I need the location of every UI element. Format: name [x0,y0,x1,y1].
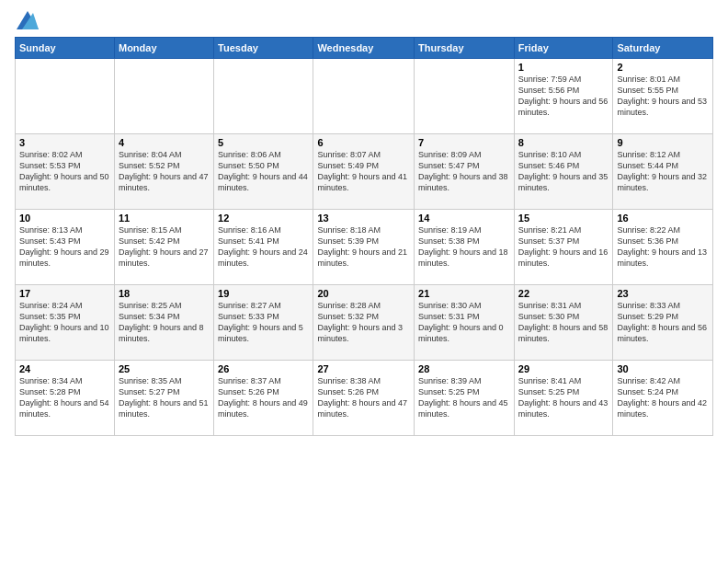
day-info: Sunrise: 8:37 AMSunset: 5:26 PMDaylight:… [218,375,309,420]
day-info: Sunrise: 8:28 AMSunset: 5:32 PMDaylight:… [317,300,410,345]
day-number: 3 [19,137,110,148]
day-info: Sunrise: 8:42 AMSunset: 5:24 PMDaylight:… [617,375,709,420]
week-row-1: 1Sunrise: 7:59 AMSunset: 5:56 PMDaylight… [16,59,713,134]
day-number: 26 [218,363,309,374]
day-number: 2 [617,62,709,73]
day-info: Sunrise: 8:38 AMSunset: 5:26 PMDaylight:… [317,375,410,420]
header-wednesday: Wednesday [313,38,415,59]
day-cell: 28Sunrise: 8:39 AMSunset: 5:25 PMDayligh… [415,361,515,436]
day-number: 23 [617,288,709,299]
day-cell: 15Sunrise: 8:21 AMSunset: 5:37 PMDayligh… [514,210,613,285]
day-number: 1 [518,62,609,73]
day-info: Sunrise: 8:21 AMSunset: 5:37 PMDaylight:… [518,224,609,270]
day-info: Sunrise: 8:30 AMSunset: 5:31 PMDaylight:… [418,300,510,345]
day-info: Sunrise: 8:31 AMSunset: 5:30 PMDaylight:… [518,300,609,345]
day-info: Sunrise: 8:41 AMSunset: 5:25 PMDaylight:… [518,375,609,420]
day-cell: 1Sunrise: 7:59 AMSunset: 5:56 PMDaylight… [514,59,613,134]
day-number: 5 [218,137,309,148]
day-number: 9 [617,137,709,148]
calendar-header-row: SundayMondayTuesdayWednesdayThursdayFrid… [16,38,713,59]
week-row-3: 10Sunrise: 8:13 AMSunset: 5:43 PMDayligh… [16,210,713,285]
calendar-table: SundayMondayTuesdayWednesdayThursdayFrid… [15,37,713,436]
day-number: 8 [518,137,609,148]
week-row-2: 3Sunrise: 8:02 AMSunset: 5:53 PMDaylight… [16,134,713,210]
day-number: 19 [218,288,309,299]
page: SundayMondayTuesdayWednesdayThursdayFrid… [0,0,728,563]
day-number: 22 [518,288,609,299]
day-number: 14 [418,213,510,224]
day-number: 20 [317,288,410,299]
day-cell: 17Sunrise: 8:24 AMSunset: 5:35 PMDayligh… [16,285,115,361]
day-info: Sunrise: 8:15 AMSunset: 5:42 PMDaylight:… [119,224,210,270]
day-info: Sunrise: 8:25 AMSunset: 5:34 PMDaylight:… [119,300,210,345]
day-cell [313,59,415,134]
day-info: Sunrise: 8:07 AMSunset: 5:49 PMDaylight:… [317,149,410,194]
day-cell: 7Sunrise: 8:09 AMSunset: 5:47 PMDaylight… [415,134,515,210]
day-info: Sunrise: 8:02 AMSunset: 5:53 PMDaylight:… [19,149,110,194]
day-cell: 2Sunrise: 8:01 AMSunset: 5:55 PMDaylight… [613,59,713,134]
day-number: 17 [19,288,110,299]
day-info: Sunrise: 8:34 AMSunset: 5:28 PMDaylight:… [19,375,110,420]
header-tuesday: Tuesday [214,38,313,59]
day-info: Sunrise: 7:59 AMSunset: 5:56 PMDaylight:… [518,74,609,119]
day-number: 7 [418,137,510,148]
day-cell [114,59,213,134]
day-cell [214,59,313,134]
day-number: 27 [317,363,410,374]
logo [15,11,39,29]
day-cell: 22Sunrise: 8:31 AMSunset: 5:30 PMDayligh… [514,285,613,361]
day-cell: 26Sunrise: 8:37 AMSunset: 5:26 PMDayligh… [214,361,313,436]
day-cell: 23Sunrise: 8:33 AMSunset: 5:29 PMDayligh… [613,285,713,361]
day-cell: 19Sunrise: 8:27 AMSunset: 5:33 PMDayligh… [214,285,313,361]
day-info: Sunrise: 8:18 AMSunset: 5:39 PMDaylight:… [317,224,410,270]
day-info: Sunrise: 8:33 AMSunset: 5:29 PMDaylight:… [617,300,709,345]
day-cell: 14Sunrise: 8:19 AMSunset: 5:38 PMDayligh… [415,210,515,285]
day-number: 15 [518,213,609,224]
day-number: 18 [119,288,210,299]
header-sunday: Sunday [16,38,115,59]
day-cell [16,59,115,134]
day-cell: 5Sunrise: 8:06 AMSunset: 5:50 PMDaylight… [214,134,313,210]
day-cell: 12Sunrise: 8:16 AMSunset: 5:41 PMDayligh… [214,210,313,285]
header-saturday: Saturday [613,38,713,59]
day-cell: 29Sunrise: 8:41 AMSunset: 5:25 PMDayligh… [514,361,613,436]
day-info: Sunrise: 8:22 AMSunset: 5:36 PMDaylight:… [617,224,709,270]
day-number: 13 [317,213,410,224]
day-number: 6 [317,137,410,148]
day-cell: 8Sunrise: 8:10 AMSunset: 5:46 PMDaylight… [514,134,613,210]
day-cell [415,59,515,134]
day-cell: 9Sunrise: 8:12 AMSunset: 5:44 PMDaylight… [613,134,713,210]
week-row-5: 24Sunrise: 8:34 AMSunset: 5:28 PMDayligh… [16,361,713,436]
day-cell: 10Sunrise: 8:13 AMSunset: 5:43 PMDayligh… [16,210,115,285]
day-cell: 24Sunrise: 8:34 AMSunset: 5:28 PMDayligh… [16,361,115,436]
day-number: 4 [119,137,210,148]
day-number: 30 [617,363,709,374]
day-number: 29 [518,363,609,374]
day-cell: 3Sunrise: 8:02 AMSunset: 5:53 PMDaylight… [16,134,115,210]
day-cell: 30Sunrise: 8:42 AMSunset: 5:24 PMDayligh… [613,361,713,436]
day-info: Sunrise: 8:27 AMSunset: 5:33 PMDaylight:… [218,300,309,345]
day-info: Sunrise: 8:35 AMSunset: 5:27 PMDaylight:… [119,375,210,420]
day-number: 25 [119,363,210,374]
day-cell: 18Sunrise: 8:25 AMSunset: 5:34 PMDayligh… [114,285,213,361]
day-info: Sunrise: 8:13 AMSunset: 5:43 PMDaylight:… [19,224,110,270]
header-friday: Friday [514,38,613,59]
day-number: 21 [418,288,510,299]
header-thursday: Thursday [415,38,515,59]
day-info: Sunrise: 8:12 AMSunset: 5:44 PMDaylight:… [617,149,709,194]
day-cell: 11Sunrise: 8:15 AMSunset: 5:42 PMDayligh… [114,210,213,285]
day-cell: 21Sunrise: 8:30 AMSunset: 5:31 PMDayligh… [415,285,515,361]
day-info: Sunrise: 8:09 AMSunset: 5:47 PMDaylight:… [418,149,510,194]
day-number: 28 [418,363,510,374]
day-info: Sunrise: 8:10 AMSunset: 5:46 PMDaylight:… [518,149,609,194]
day-number: 10 [19,213,110,224]
day-cell: 27Sunrise: 8:38 AMSunset: 5:26 PMDayligh… [313,361,415,436]
day-cell: 13Sunrise: 8:18 AMSunset: 5:39 PMDayligh… [313,210,415,285]
day-cell: 20Sunrise: 8:28 AMSunset: 5:32 PMDayligh… [313,285,415,361]
logo-icon [17,11,39,29]
day-info: Sunrise: 8:06 AMSunset: 5:50 PMDaylight:… [218,149,309,194]
header-monday: Monday [114,38,213,59]
day-cell: 4Sunrise: 8:04 AMSunset: 5:52 PMDaylight… [114,134,213,210]
day-info: Sunrise: 8:39 AMSunset: 5:25 PMDaylight:… [418,375,510,420]
day-info: Sunrise: 8:19 AMSunset: 5:38 PMDaylight:… [418,224,510,270]
